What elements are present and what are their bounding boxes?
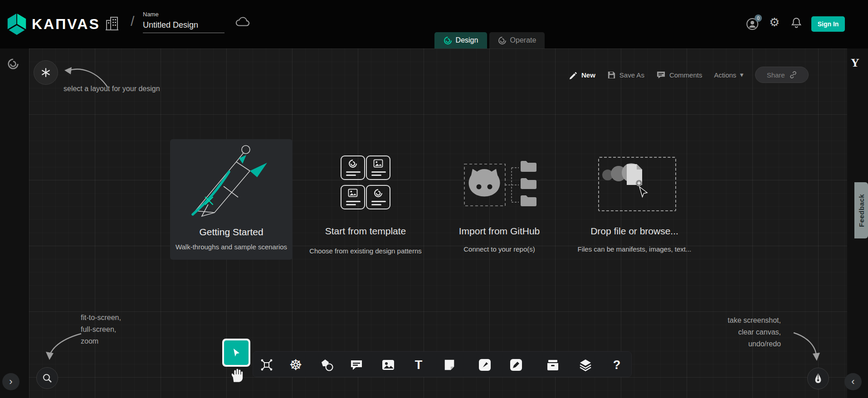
kanvas-logo-icon xyxy=(6,13,27,35)
pen-square-icon xyxy=(509,358,523,372)
spiral-icon xyxy=(374,189,383,198)
layout-hint-text: select a layout for your design xyxy=(63,83,160,95)
question-mark-icon: ? xyxy=(613,359,621,371)
component-nodes-icon xyxy=(260,358,273,372)
chevron-right-icon: › xyxy=(9,376,12,388)
caret-down-icon: ▾ xyxy=(740,71,744,79)
drawer-tool[interactable] xyxy=(544,356,562,374)
shapes-icon xyxy=(320,358,334,372)
pencil-icon xyxy=(569,71,578,79)
side-panel-y-icon[interactable]: Y xyxy=(851,56,859,70)
screenshot-hint-text: take screenshot, clear canvas, undo/redo xyxy=(698,315,781,350)
notification-count-badge: 0 xyxy=(755,15,762,22)
tab-design[interactable]: Design xyxy=(434,32,487,49)
zoom-hint-text: fit-to-screen, full-screen, zoom xyxy=(81,312,121,347)
template-thumb-image-2 xyxy=(341,185,365,209)
actions-dropdown[interactable]: Actions ▾ xyxy=(714,71,743,79)
getting-started-subtitle: Walk-throughs and sample scenarios xyxy=(170,243,293,251)
github-title: Import from GitHub xyxy=(431,226,567,237)
comment-bubble-icon xyxy=(350,359,363,371)
image-icon xyxy=(348,189,358,197)
tab-operate[interactable]: Operate xyxy=(489,32,545,49)
template-thumb-design-2 xyxy=(366,185,390,209)
pen-nib-icon xyxy=(813,373,823,384)
template-thumb-design xyxy=(341,155,365,180)
drop-subtitle: Files can be manifests, images, text... xyxy=(566,245,702,253)
image-tool[interactable] xyxy=(379,356,397,374)
magnifier-icon xyxy=(42,373,53,383)
sign-in-button[interactable]: Sign In xyxy=(811,16,845,32)
shapes-tool[interactable] xyxy=(318,356,336,374)
template-thumb-image xyxy=(366,155,390,180)
getting-started-card[interactable]: Getting Started Walk-throughs and sample… xyxy=(170,139,293,260)
notifications-bell-icon[interactable] xyxy=(791,17,802,29)
annotate-pen-button[interactable] xyxy=(807,368,829,389)
sticky-note-tool[interactable] xyxy=(440,356,458,374)
settings-gear-icon[interactable]: ⚙ xyxy=(769,16,780,28)
collapse-right-panel-button[interactable]: ‹ xyxy=(844,373,862,390)
cursor-icon xyxy=(231,347,242,358)
logo-text: KAΠVAS xyxy=(32,16,100,33)
photo-icon xyxy=(381,359,395,371)
save-icon xyxy=(607,71,616,79)
help-tool[interactable]: ? xyxy=(608,356,626,374)
brush-tool[interactable] xyxy=(476,356,494,374)
design-name-input[interactable] xyxy=(143,19,224,33)
active-tool-highlight xyxy=(222,339,250,367)
comments-icon xyxy=(656,71,666,79)
template-subtitle: Choose from existing design patterns xyxy=(297,247,434,255)
drop-figure xyxy=(600,161,675,209)
operate-tab-label: Operate xyxy=(510,36,536,44)
layout-select-button[interactable] xyxy=(34,60,58,85)
component-tool[interactable] xyxy=(258,356,276,374)
zoom-button[interactable] xyxy=(36,367,58,389)
feedback-tab[interactable]: Feedback xyxy=(854,182,868,238)
cloud-sync-icon[interactable] xyxy=(235,16,250,27)
kanvas-app: KAΠVAS / Name Desi xyxy=(0,0,868,398)
helm-wheel-icon: ☸ xyxy=(289,358,302,372)
breadcrumb-separator: / xyxy=(131,14,134,29)
template-title: Start from template xyxy=(297,226,434,237)
image-icon xyxy=(373,159,383,168)
share-button[interactable]: Share xyxy=(755,67,809,83)
operate-tab-icon xyxy=(498,36,507,45)
pen-tool[interactable] xyxy=(507,356,525,374)
github-subtitle: Connect to your repo(s) xyxy=(431,245,567,253)
share-link-icon xyxy=(789,71,797,79)
left-rail xyxy=(0,49,29,398)
drawer-archive-icon xyxy=(546,359,560,372)
spiral-icon xyxy=(348,159,357,168)
select-tool-button[interactable] xyxy=(224,340,249,365)
getting-started-title: Getting Started xyxy=(170,227,293,238)
expand-left-panel-button[interactable]: › xyxy=(2,373,20,390)
new-design-button[interactable]: New xyxy=(569,71,595,79)
workspace-building-icon[interactable] xyxy=(105,15,119,32)
drop-title: Drop file or browse... xyxy=(566,226,702,237)
design-tab-icon xyxy=(444,36,452,45)
zoom-hint-arrow xyxy=(43,330,85,363)
design-name-block: Name xyxy=(143,11,224,33)
design-tab-label: Design xyxy=(456,36,478,44)
save-as-button[interactable]: Save As xyxy=(607,71,644,79)
chevron-left-icon: ‹ xyxy=(851,376,854,388)
pan-hand-tool[interactable] xyxy=(230,368,244,383)
kubernetes-tool[interactable]: ☸ xyxy=(287,356,305,374)
layers-tool[interactable] xyxy=(576,356,595,374)
github-figure xyxy=(458,159,544,212)
screenshot-hint-arrow xyxy=(790,329,823,364)
app-header: KAΠVAS / Name Desi xyxy=(0,0,868,49)
meshery-spinner-icon xyxy=(7,58,19,70)
component-toolbar: ☸ T xyxy=(253,351,632,377)
layers-icon xyxy=(579,358,592,372)
comments-button[interactable]: Comments xyxy=(656,71,702,79)
layout-asterisk-icon xyxy=(40,67,51,78)
comment-tool[interactable] xyxy=(347,356,366,374)
text-tool[interactable]: T xyxy=(410,356,428,374)
sticky-note-icon xyxy=(443,359,456,371)
logo[interactable]: KAΠVAS xyxy=(6,13,100,35)
getting-started-illustration xyxy=(180,143,283,223)
brush-square-icon xyxy=(478,358,492,372)
canvas-toolbar: New Save As Comments Actions ▾ Share xyxy=(569,66,809,83)
design-name-label: Name xyxy=(143,11,224,18)
text-t-icon: T xyxy=(415,359,423,371)
